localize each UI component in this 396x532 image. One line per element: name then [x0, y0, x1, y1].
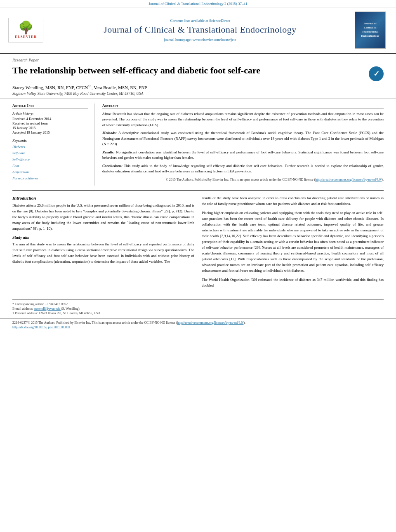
license-main-text: © 2015 The Authors. Published by Elsevie… [166, 178, 315, 181]
elsevier-tree-icon: 🌳 [18, 21, 33, 34]
email-label: E-mail address: [12, 307, 33, 311]
email-suffix: (S. Wendling). [61, 307, 80, 311]
keywords-label: Keywords: [12, 139, 88, 143]
footnote1: 1 Personal address: 12693 Ithaca Rd., St… [12, 311, 384, 315]
journal-cover-thumb: Journal ofClinical &TranslationalEndocri… [355, 12, 386, 49]
abstract-aims-para: Aims: Research has shown that the ongoin… [102, 111, 384, 128]
author1-name: Stacey Wendling, MSN, RN, FNP, CFCN [12, 85, 88, 90]
sciencedirect-link[interactable]: ScienceDirect [209, 19, 230, 23]
homepage-label: journal homepage: [164, 38, 191, 42]
results-text: No significant correlation was identifie… [102, 150, 384, 160]
journal-homepage-line: journal homepage: www.elsevier.com/locat… [50, 38, 351, 42]
elsevier-branding: 🌳 ELSEVIER [8, 18, 43, 42]
license-close: ). [382, 178, 384, 181]
author2-name: , Vera Beadle, MSN, RN, FNP [92, 85, 147, 90]
issn-text: 2214-6237/© 2015 The Authors. Published … [12, 321, 177, 325]
body-right-column: results of the study have been analyzed … [202, 195, 384, 292]
keyword-selfefficacy[interactable]: Self-efficacy [12, 156, 88, 162]
footnote-star-text: * Corresponding author. +1 989 413 0352. [12, 302, 68, 306]
journal-header: 🌳 ELSEVIER Contents lists available at S… [0, 7, 396, 54]
abstract-methods-para: Methods: A descriptive correlational stu… [102, 130, 384, 147]
homepage-url[interactable]: www.elsevier.com/locate/jcte [193, 38, 236, 42]
received-date: Received 4 December 2014 [12, 117, 88, 121]
article-info-section-label: Article Info [12, 104, 88, 109]
abstract-section-label: Abstract [102, 104, 384, 109]
right-para3: The World Health Organization [30] estim… [202, 277, 384, 289]
sciencedirect-line: Contents lists available at ScienceDirec… [50, 19, 351, 23]
study-aim-para: The aim of this study was to assess the … [12, 242, 194, 265]
keywords-block: Keywords: Diabetes Self-care Self-effica… [12, 139, 88, 182]
abstract-results-para: Results: No significant correlation was … [102, 150, 384, 161]
journal-citation-bar: Journal of Clinical & Translational Endo… [0, 0, 396, 7]
right-para2: Placing higher emphasis on educating pat… [202, 210, 384, 273]
affiliation-line: Saginaw Valley State University, 7400 Ba… [12, 92, 384, 96]
aims-heading: Aims: [102, 112, 111, 116]
abstract-column: Abstract Aims: Research has shown that t… [95, 104, 384, 186]
methods-text: A descriptive correlational study was co… [102, 131, 384, 146]
elsevier-logo-area: 🌳 ELSEVIER [8, 18, 45, 42]
journal-thumb-text: Journal ofClinical &TranslationalEndocri… [361, 22, 380, 38]
results-heading: Results: [102, 150, 115, 154]
article-header-section: Research Paper The relationship between … [0, 54, 396, 99]
email-address: snwendli@svsu.edu [34, 307, 60, 311]
conclusions-heading: Conclusions: [102, 164, 123, 168]
article-title-row: The relationship between self-efficacy a… [12, 65, 384, 81]
conclusions-text: This study adds to the body of knowledge… [102, 164, 384, 174]
right-para1: results of the study have been analyzed … [202, 195, 384, 207]
abstract-aims: Aims: Research has shown that the ongoin… [102, 111, 384, 174]
methods-heading: Methods: [102, 131, 117, 135]
article-history-block: Article history: Received 4 December 201… [12, 111, 88, 134]
bottom-bar-section: 2214-6237/© 2015 The Authors. Published … [0, 318, 396, 331]
body-left-column: Introduction Diabetes affects 25.8 milli… [12, 195, 194, 292]
keywords-list: Diabetes Self-care Self-efficacy Foot Am… [12, 144, 88, 182]
email-link[interactable]: snwendli@svsu.edu [34, 307, 61, 311]
authors-line: Stacey Wendling, MSN, RN, FNP, CFCN*,1, … [12, 85, 384, 90]
crossmark-circle-icon: ✓ [369, 66, 384, 81]
journal-thumbnail: Journal ofClinical &TranslationalEndocri… [355, 12, 388, 49]
doi-link[interactable]: http://dx.doi.org/10.1016/j.jcte.2015.01… [12, 325, 70, 329]
keyword-amputation[interactable]: Amputation [12, 169, 88, 175]
license-link[interactable]: http://creativecommons.org/licenses/by-n… [315, 178, 382, 181]
crossmark-badge: ✓ [369, 66, 384, 81]
study-aim-title: Study aim [12, 235, 194, 240]
bottom-doi-line: http://dx.doi.org/10.1016/j.jcte.2015.01… [12, 325, 384, 329]
aims-text: Research has shown that the ongoing rate… [102, 112, 384, 127]
accepted-date: Accepted 19 January 2015 [12, 130, 88, 134]
journal-title-block: Contents lists available at ScienceDirec… [50, 19, 351, 42]
journal-citation-text: Journal of Clinical & Translational Endo… [149, 2, 248, 6]
license-text-block: © 2015 The Authors. Published by Elsevie… [102, 178, 384, 181]
footnote-star: * Corresponding author. +1 989 413 0352. [12, 302, 384, 306]
footnote-email: E-mail address: snwendli@svsu.edu (S. We… [12, 307, 384, 311]
history-label: Article history: [12, 111, 88, 115]
footnotes-section: * Corresponding author. +1 989 413 0352.… [12, 299, 384, 318]
main-body-columns: Introduction Diabetes affects 25.8 milli… [0, 191, 396, 296]
keyword-nurse[interactable]: Nurse practitioner [12, 175, 88, 181]
bottom-license-link[interactable]: http://creativecommons.org/licenses/by-n… [177, 321, 243, 325]
introduction-title: Introduction [12, 195, 194, 200]
revised-date: 15 January 2015 [12, 126, 88, 130]
keyword-foot[interactable]: Foot [12, 163, 88, 169]
article-type-label: Research Paper [12, 58, 384, 62]
keyword-diabetes[interactable]: Diabetes [12, 144, 88, 150]
bottom-issn-line: 2214-6237/© 2015 The Authors. Published … [12, 321, 384, 325]
article-title: The relationship between self-efficacy a… [12, 65, 365, 77]
article-info-column: Article Info Article history: Received 4… [12, 104, 95, 186]
bottom-license-end: ). [243, 321, 245, 325]
elsevier-wordmark: ELSEVIER [15, 35, 37, 39]
journal-full-title: Journal of Clinical & Translational Endo… [50, 24, 351, 36]
revised-label: Received in revised form [12, 121, 88, 125]
keyword-selfcare[interactable]: Self-care [12, 150, 88, 156]
abstract-conclusions-para: Conclusions: This study adds to the body… [102, 163, 384, 174]
info-abstract-columns: Article Info Article history: Received 4… [0, 99, 396, 186]
author1-sup: *,1 [88, 85, 92, 88]
contents-label-text: Contents lists available at [170, 19, 208, 23]
intro-para1: Diabetes affects 25.8 million people in … [12, 203, 194, 232]
